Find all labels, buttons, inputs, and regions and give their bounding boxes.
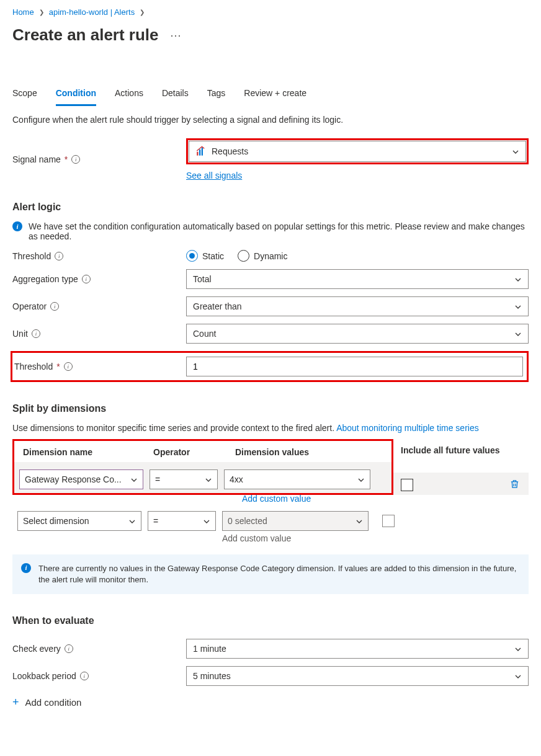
threshold-static-radio[interactable]: Static [186, 250, 224, 262]
signal-name-label: Signal name * i [12, 154, 186, 164]
threshold-value-input[interactable] [186, 357, 523, 376]
chevron-down-icon [128, 517, 136, 525]
svg-rect-1 [199, 149, 200, 156]
plus-icon: + [12, 696, 19, 709]
aggregation-type-label: Aggregation type i [12, 274, 186, 284]
col-dimension-values: Dimension values [235, 447, 383, 457]
tab-details[interactable]: Details [162, 84, 189, 106]
col-include-future: Include all future values [393, 439, 529, 473]
add-custom-value-link[interactable]: Add custom value [242, 494, 311, 504]
operator-label: Operator i [12, 301, 186, 311]
monitoring-series-link[interactable]: About monitoring multiple time series [336, 423, 479, 433]
chevron-down-icon [514, 303, 522, 310]
include-future-checkbox[interactable] [401, 479, 413, 491]
threshold-value-label: Threshold * i [12, 362, 186, 371]
split-dimensions-heading: Split by dimensions [12, 403, 529, 414]
svg-rect-2 [202, 148, 203, 156]
tab-scope[interactable]: Scope [12, 84, 37, 106]
dimensions-description: Use dimensions to monitor specific time … [12, 423, 529, 433]
tab-condition[interactable]: Condition [56, 84, 96, 106]
info-icon[interactable]: i [55, 252, 63, 260]
check-every-label: Check every i [12, 644, 186, 654]
chevron-down-icon [130, 476, 138, 483]
threshold-dynamic-radio[interactable]: Dynamic [238, 250, 287, 262]
chevron-down-icon [205, 476, 212, 483]
chevron-down-icon [514, 645, 522, 652]
dimension-info-note: There are currently no values in the Gat… [38, 563, 520, 585]
info-icon[interactable]: i [64, 362, 73, 371]
info-icon[interactable]: i [50, 302, 59, 311]
alert-logic-info: We have set the condition configuration … [29, 221, 529, 241]
threshold-label: Threshold i [12, 251, 186, 261]
tab-tags[interactable]: Tags [207, 84, 226, 106]
chevron-down-icon [512, 148, 519, 155]
unit-label: Unit i [12, 329, 186, 339]
breadcrumb-item[interactable]: apim-hello-world | Alerts [49, 7, 135, 17]
info-icon: i [21, 563, 31, 573]
info-icon[interactable]: i [32, 329, 40, 338]
chart-icon [195, 146, 207, 157]
see-all-signals-link[interactable]: See all signals [186, 171, 242, 180]
tabs: Scope Condition Actions Details Tags Rev… [12, 84, 529, 106]
operator-select[interactable]: Greater than [186, 296, 529, 316]
chevron-right-icon: ❯ [140, 9, 145, 16]
dimension-name-select-2[interactable]: Select dimension [17, 511, 141, 531]
chevron-down-icon [355, 517, 363, 525]
dimension-operator-select[interactable]: = [150, 469, 218, 489]
dimension-operator-select-2[interactable]: = [148, 511, 216, 531]
alert-logic-heading: Alert logic [12, 202, 529, 213]
delete-icon[interactable] [509, 479, 524, 491]
lookback-period-select[interactable]: 5 minutes [186, 666, 529, 686]
info-icon[interactable]: i [71, 155, 80, 164]
when-to-evaluate-heading: When to evaluate [12, 615, 529, 626]
chevron-down-icon [357, 476, 365, 483]
dimension-values-select[interactable]: 4xx [224, 469, 370, 489]
check-every-select[interactable]: 1 minute [186, 639, 529, 659]
more-icon[interactable]: ⋯ [170, 29, 181, 42]
info-icon[interactable]: i [80, 672, 89, 680]
page-title: Create an alert rule [12, 25, 159, 45]
chevron-down-icon [514, 672, 522, 680]
aggregation-type-select[interactable]: Total [186, 269, 529, 289]
lookback-period-label: Lookback period i [12, 671, 186, 681]
dimension-values-select-2[interactable]: 0 selected [222, 511, 369, 531]
col-dimension-name: Dimension name [23, 447, 153, 457]
signal-name-select[interactable]: Requests [189, 141, 526, 162]
chevron-down-icon [203, 517, 210, 525]
add-condition-button[interactable]: + Add condition [12, 696, 529, 709]
add-custom-value-link-2[interactable]: Add custom value [222, 533, 369, 543]
chevron-down-icon [514, 330, 522, 337]
unit-select[interactable]: Count [186, 324, 529, 344]
tab-review[interactable]: Review + create [244, 84, 306, 106]
info-icon[interactable]: i [65, 644, 73, 653]
col-operator: Operator [153, 447, 235, 457]
info-icon: i [12, 221, 22, 231]
chevron-down-icon [514, 275, 522, 283]
include-future-checkbox-2[interactable] [382, 515, 395, 527]
breadcrumb-home[interactable]: Home [12, 7, 34, 17]
svg-rect-0 [197, 152, 198, 156]
breadcrumb: Home ❯ apim-hello-world | Alerts ❯ [12, 6, 529, 22]
chevron-right-icon: ❯ [39, 9, 44, 16]
dimension-name-select[interactable]: Gateway Response Co... [19, 469, 143, 489]
dimension-table-header: Dimension name Operator Dimension values [14, 441, 391, 462]
info-icon[interactable]: i [82, 275, 91, 283]
condition-description: Configure when the alert rule should tri… [12, 115, 529, 125]
tab-actions[interactable]: Actions [115, 84, 143, 106]
